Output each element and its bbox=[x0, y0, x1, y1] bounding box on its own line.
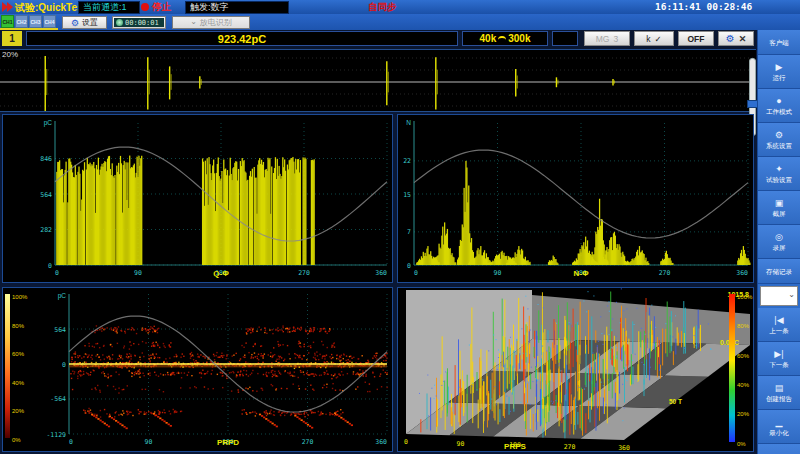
readout-row: 1 923.42pC 40k 300k MG 3 k ✓ OFF ⚙ ✕ bbox=[0, 30, 756, 49]
svg-text:20%: 20% bbox=[737, 411, 750, 417]
svg-text:360: 360 bbox=[375, 438, 387, 446]
settings-label: 设置 bbox=[82, 17, 98, 28]
prpd-plot-panel[interactable]: 100%80%60%40%20%0%5640-564-1129090180270… bbox=[2, 287, 393, 452]
gear-icon: ⚙ bbox=[726, 33, 735, 44]
toolbar: CH1CH2CH3CH4 ⚙ 设置 00:00:01 ⌄ 放电识别 bbox=[0, 14, 800, 30]
create-report-label: 创建报告 bbox=[766, 394, 792, 403]
q-phi-plot-panel[interactable]: 0282564846090180270360pCQ-Φ bbox=[2, 114, 393, 283]
screenshot-label: 截屏 bbox=[773, 209, 786, 218]
svg-text:80%: 80% bbox=[12, 323, 25, 329]
svg-text:N-Φ: N-Φ bbox=[573, 269, 588, 278]
gear-icon: ⚙ bbox=[775, 130, 783, 141]
sidebar-item-minimize[interactable]: ▁最小化 bbox=[758, 410, 800, 444]
svg-text:270: 270 bbox=[302, 438, 314, 446]
svg-text:20%: 20% bbox=[12, 408, 25, 414]
sidebar-item-system-settings[interactable]: ⚙系统设置 bbox=[758, 123, 800, 157]
svg-text:pC: pC bbox=[58, 292, 67, 300]
minimize-icon: ▁ bbox=[776, 417, 783, 428]
svg-text:90: 90 bbox=[134, 269, 142, 277]
channel-button-ch4[interactable]: CH4 bbox=[43, 15, 56, 28]
timer-display[interactable]: 00:00:01 bbox=[112, 16, 166, 29]
tab-channel-1[interactable]: 1 bbox=[2, 31, 22, 46]
sidebar-item-run[interactable]: ▶运行 bbox=[758, 55, 800, 89]
svg-text:360: 360 bbox=[736, 269, 748, 277]
test-icon: ✦ bbox=[775, 164, 783, 175]
discharge-recognition-label: 放电识别 bbox=[200, 17, 232, 28]
svg-text:N: N bbox=[406, 119, 411, 126]
svg-text:pC: pC bbox=[44, 119, 53, 127]
trigger-indicator: 触发:数字 bbox=[185, 1, 289, 14]
stop-label[interactable]: 停止 bbox=[152, 1, 171, 14]
prev-icon: |◀ bbox=[774, 315, 783, 326]
svg-text:60%: 60% bbox=[737, 353, 750, 359]
channel-button-ch2[interactable]: CH2 bbox=[15, 15, 28, 28]
test-settings-label: 试验设置 bbox=[766, 175, 792, 184]
test-name-label: 试验:QuickTest bbox=[15, 1, 86, 15]
pulse-strip-panel[interactable]: 20% bbox=[0, 49, 756, 112]
next-icon: ▶| bbox=[774, 349, 783, 360]
sidebar-item-system-exit[interactable]: ↪系统退出 bbox=[758, 444, 800, 454]
mg-button[interactable]: MG 3 bbox=[584, 31, 630, 46]
channel-buttons: CH1CH2CH3CH4 bbox=[1, 15, 56, 28]
q-phi-chart: 0282564846090180270360pCQ-Φ bbox=[3, 115, 392, 282]
off-button[interactable]: OFF bbox=[678, 31, 714, 46]
prps-chart: 090180270360PRPS1015.80.0pC50 T100%80%60… bbox=[398, 288, 753, 451]
clock-icon bbox=[116, 19, 123, 26]
svg-text:100%: 100% bbox=[737, 294, 753, 300]
svg-text:360: 360 bbox=[618, 444, 630, 451]
sidebar-item-next-record[interactable]: ▶|下一条 bbox=[758, 342, 800, 376]
sidebar-item-create-report[interactable]: ▤创建报告 bbox=[758, 376, 800, 410]
pulse-strip-chart bbox=[0, 50, 754, 111]
mg-value: 3 bbox=[613, 34, 618, 44]
svg-text:50 T: 50 T bbox=[669, 398, 682, 405]
bandpass-curve-icon bbox=[498, 36, 506, 44]
channel-button-ch1[interactable]: CH1 bbox=[1, 15, 14, 28]
settings-button[interactable]: ⚙ 设置 bbox=[62, 16, 107, 29]
previous-record-label: 上一条 bbox=[769, 326, 789, 335]
discharge-recognition-dropdown[interactable]: ⌄ 放电识别 bbox=[172, 16, 250, 29]
sidebar-item-previous-record[interactable]: |◀上一条 bbox=[758, 308, 800, 342]
timer-value: 00:00:01 bbox=[125, 19, 159, 27]
svg-text:-1129: -1129 bbox=[46, 431, 66, 439]
channel-button-ch3[interactable]: CH3 bbox=[29, 15, 42, 28]
prpd-chart: 100%80%60%40%20%0%5640-564-1129090180270… bbox=[3, 288, 392, 451]
close-icon: ✕ bbox=[739, 34, 747, 44]
sidebar-item-test-settings[interactable]: ✦试验设置 bbox=[758, 157, 800, 191]
svg-text:-564: -564 bbox=[50, 395, 66, 403]
charge-readout: 923.42pC bbox=[26, 31, 458, 46]
sidebar-item-screen-record[interactable]: ◎录屏 bbox=[758, 225, 800, 259]
svg-text:7: 7 bbox=[407, 228, 411, 236]
storage-records-label: 存储记录 bbox=[766, 267, 792, 276]
svg-text:0: 0 bbox=[48, 262, 52, 270]
k-label: k bbox=[646, 34, 650, 44]
svg-text:0: 0 bbox=[404, 438, 408, 446]
bandpass-readout[interactable]: 40k 300k bbox=[462, 31, 548, 46]
sidebar-item-work-mode[interactable]: ●工作模式 bbox=[758, 89, 800, 123]
aux-readout bbox=[552, 31, 578, 46]
prps-plot-panel[interactable]: 090180270360PRPS1015.80.0pC50 T100%80%60… bbox=[397, 287, 754, 452]
svg-text:270: 270 bbox=[659, 269, 671, 277]
svg-text:846: 846 bbox=[40, 155, 52, 163]
k-calibration-button[interactable]: k ✓ bbox=[634, 31, 674, 46]
sidebar-item-screenshot[interactable]: ▣截屏 bbox=[758, 191, 800, 225]
svg-text:22: 22 bbox=[403, 157, 411, 165]
record-selector-dropdown[interactable]: ⌄ bbox=[760, 286, 798, 306]
svg-text:90: 90 bbox=[457, 440, 465, 448]
stop-indicator-icon bbox=[141, 3, 149, 11]
svg-text:90: 90 bbox=[494, 269, 502, 277]
play-icon: ▶ bbox=[776, 62, 783, 73]
report-icon: ▤ bbox=[775, 383, 784, 394]
svg-text:0: 0 bbox=[69, 438, 73, 446]
strip-scale-label: 20% bbox=[2, 50, 18, 59]
n-phi-plot-panel[interactable]: 071522090180270360NN-Φ bbox=[397, 114, 754, 283]
mg-label: MG bbox=[596, 34, 610, 44]
gear-icon: ⚙ bbox=[71, 18, 79, 28]
band-low-label: 40k bbox=[480, 33, 497, 44]
band-settings-button[interactable]: ⚙ ✕ bbox=[718, 31, 754, 46]
check-icon: ✓ bbox=[655, 34, 662, 44]
svg-text:PRPD: PRPD bbox=[217, 438, 239, 447]
svg-text:90: 90 bbox=[145, 438, 153, 446]
svg-text:0%: 0% bbox=[737, 441, 746, 447]
sidebar-header-storage-records: 存储记录 bbox=[758, 259, 800, 284]
svg-text:60%: 60% bbox=[12, 351, 25, 357]
